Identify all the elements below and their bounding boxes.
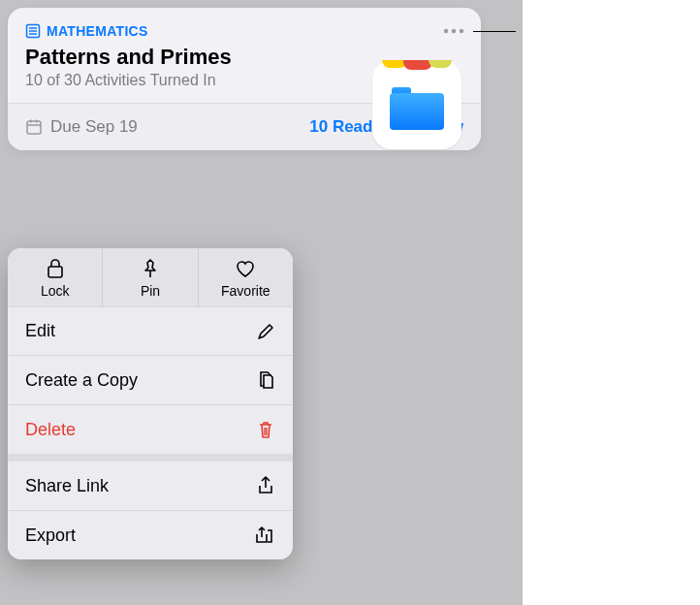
pin-button[interactable]: Pin bbox=[102, 248, 197, 306]
subject-label: MATHEMATICS bbox=[47, 23, 148, 39]
export-menu-item[interactable]: Export bbox=[8, 510, 293, 559]
export-icon bbox=[254, 525, 275, 546]
heart-icon bbox=[235, 258, 256, 279]
export-label: Export bbox=[25, 525, 76, 546]
due-date-label: Due Sep 19 bbox=[50, 117, 138, 137]
svg-rect-11 bbox=[48, 267, 62, 277]
favorite-button[interactable]: Favorite bbox=[198, 248, 293, 306]
folder-icon bbox=[390, 87, 444, 130]
svg-point-4 bbox=[444, 29, 448, 33]
assignment-card: MATHEMATICS Patterns and Primes 10 of 30… bbox=[8, 8, 481, 150]
create-copy-menu-item[interactable]: Create a Copy bbox=[8, 355, 293, 404]
edit-label: Edit bbox=[25, 321, 55, 341]
subject-icon bbox=[25, 23, 41, 39]
copy-icon bbox=[256, 369, 275, 391]
delete-label: Delete bbox=[25, 420, 76, 440]
favorite-label: Favorite bbox=[221, 283, 270, 299]
delete-menu-item[interactable]: Delete bbox=[8, 404, 293, 454]
lock-button[interactable]: Lock bbox=[8, 248, 102, 306]
lock-icon bbox=[46, 258, 65, 279]
share-link-menu-item[interactable]: Share Link bbox=[8, 454, 293, 510]
pencil-icon bbox=[256, 322, 275, 341]
svg-point-5 bbox=[452, 29, 456, 33]
share-icon bbox=[256, 475, 275, 496]
pin-icon bbox=[141, 258, 160, 279]
subject-row: MATHEMATICS bbox=[25, 23, 463, 39]
context-menu: Lock Pin Favorite Edit Create a Copy Del… bbox=[8, 248, 293, 559]
card-header: MATHEMATICS Patterns and Primes 10 of 30… bbox=[8, 8, 481, 103]
svg-point-6 bbox=[460, 29, 463, 33]
share-link-label: Share Link bbox=[25, 476, 109, 496]
files-app-icon bbox=[372, 60, 461, 149]
ellipsis-icon bbox=[443, 28, 464, 34]
due-date: Due Sep 19 bbox=[25, 117, 138, 137]
pin-label: Pin bbox=[141, 283, 160, 299]
svg-rect-7 bbox=[27, 121, 41, 134]
callout-line bbox=[473, 31, 516, 32]
calendar-icon bbox=[25, 118, 43, 136]
create-copy-label: Create a Copy bbox=[25, 370, 138, 391]
lock-label: Lock bbox=[41, 283, 70, 299]
context-menu-top-row: Lock Pin Favorite bbox=[8, 248, 293, 306]
edit-menu-item[interactable]: Edit bbox=[8, 306, 293, 355]
more-button[interactable] bbox=[440, 21, 467, 41]
trash-icon bbox=[256, 419, 275, 440]
